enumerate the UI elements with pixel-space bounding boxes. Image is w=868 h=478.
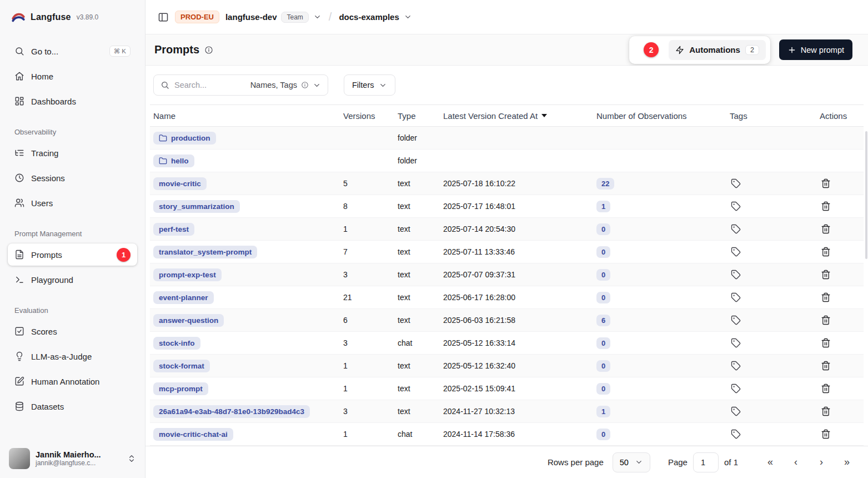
tag-icon-button[interactable]	[730, 337, 742, 349]
table-row[interactable]: prompt-exp-test 3 text 2025-07-07 09:37:…	[150, 263, 864, 286]
org-switcher[interactable]: langfuse-dev Team	[225, 12, 322, 23]
lightbulb-icon	[14, 351, 24, 361]
sidebar-item-datasets[interactable]: Datasets	[8, 395, 137, 417]
delete-prompt-button[interactable]	[820, 428, 832, 440]
prompt-name-badge[interactable]: mcp-prompt	[153, 382, 208, 395]
table-row[interactable]: stock-info 3 chat 2025-05-12 16:33:14 0	[150, 332, 864, 355]
tag-icon-button[interactable]	[730, 291, 742, 303]
prompt-name-badge[interactable]: story_summarization	[153, 200, 240, 213]
table-row[interactable]: translator_system-prompt 7 text 2025-07-…	[150, 241, 864, 263]
first-page-button[interactable]: «	[761, 454, 779, 471]
table-row[interactable]: perf-test 1 text 2025-07-14 20:54:30 0	[150, 218, 864, 241]
delete-prompt-button[interactable]	[820, 246, 832, 258]
brand-name: Langfuse	[31, 12, 71, 22]
project-switcher[interactable]: docs-examples	[339, 12, 412, 22]
sidebar-item-scores[interactable]: Scores	[8, 320, 137, 342]
table-row[interactable]: movie-critic-chat-ai 1 chat 2024-11-14 1…	[150, 423, 864, 446]
new-prompt-button[interactable]: New prompt	[779, 39, 852, 60]
table-row[interactable]: mcp-prompt 1 text 2025-02-15 15:09:41 0	[150, 377, 864, 400]
sidebar-item-prompts[interactable]: Prompts 1	[8, 243, 137, 266]
table-row[interactable]: 26a61a94-e3ab-48d7-81e0-13b929bad4c3 3 t…	[150, 400, 864, 423]
sidebar-item-label: LLM-as-a-Judge	[31, 352, 92, 361]
column-header-created[interactable]: Latest Version Created At	[440, 111, 593, 121]
table-row[interactable]: answer-question 6 text 2025-06-03 16:21:…	[150, 309, 864, 332]
tag-icon-button[interactable]	[730, 314, 742, 326]
delete-prompt-button[interactable]	[820, 177, 832, 190]
tag-icon-button[interactable]	[730, 382, 742, 395]
last-page-button[interactable]: »	[838, 454, 856, 471]
prompt-name-badge[interactable]: perf-test	[153, 223, 194, 236]
column-header-type: Type	[394, 111, 440, 121]
tag-icon-button[interactable]	[730, 246, 742, 258]
table-row[interactable]: production folder	[150, 127, 864, 150]
trash-icon	[821, 224, 831, 234]
sidebar-item-llm-judge[interactable]: LLM-as-a-Judge	[8, 345, 137, 367]
prompt-name-label: answer-question	[159, 316, 218, 325]
info-icon[interactable]	[204, 46, 213, 54]
sidebar-item-users[interactable]: Users	[8, 192, 137, 214]
scrollbar[interactable]	[865, 131, 867, 259]
automations-label: Automations	[689, 45, 740, 54]
prompt-name-badge[interactable]: event-planner	[153, 291, 214, 304]
prompt-name-badge[interactable]: prompt-exp-test	[153, 268, 222, 281]
tag-icon-button[interactable]	[730, 360, 742, 372]
page-number-input[interactable]	[693, 452, 719, 472]
prompt-name-badge[interactable]: stock-format	[153, 360, 210, 372]
table-row[interactable]: stock-format 1 text 2025-05-12 16:32:40 …	[150, 355, 864, 377]
tag-icon-button[interactable]	[730, 177, 742, 190]
prompt-name-badge[interactable]: 26a61a94-e3ab-48d7-81e0-13b929bad4c3	[153, 405, 310, 418]
prompts-table: Name Versions Type Latest Version Create…	[145, 104, 868, 446]
tag-icon-button[interactable]	[730, 405, 742, 417]
delete-prompt-button[interactable]	[820, 291, 832, 303]
dashboard-icon	[14, 96, 24, 106]
prompt-name-badge[interactable]: hello	[153, 155, 194, 167]
app-window: Langfuse v3.89.0 Go to... ⌘ K Home Dashb…	[0, 0, 868, 478]
prompt-name-badge[interactable]: translator_system-prompt	[153, 246, 257, 258]
prompt-name-badge[interactable]: movie-critic	[153, 177, 207, 190]
prompt-name-badge[interactable]: production	[153, 132, 216, 145]
sidebar-item-human-annotation[interactable]: Human Annotation	[8, 370, 137, 392]
prompt-name-label: prompt-exp-test	[159, 271, 216, 279]
filters-button[interactable]: Filters	[344, 74, 395, 96]
delete-prompt-button[interactable]	[820, 382, 832, 395]
sidebar-item-playground[interactable]: Playground	[8, 268, 137, 291]
table-row[interactable]: hello folder	[150, 150, 864, 172]
delete-prompt-button[interactable]	[820, 223, 832, 235]
sidebar-item-label: Tracing	[31, 148, 58, 158]
delete-prompt-button[interactable]	[820, 314, 832, 326]
sidebar-item-sessions[interactable]: Sessions	[8, 167, 137, 189]
delete-prompt-button[interactable]	[820, 200, 832, 212]
table-row[interactable]: movie-critic 5 text 2025-07-18 16:10:22 …	[150, 172, 864, 195]
search-scope-selector[interactable]: Names, Tags	[250, 81, 321, 89]
created-cell: 2025-07-18 16:10:22	[440, 179, 593, 188]
search-input[interactable]	[174, 81, 225, 89]
prompt-name-badge[interactable]: movie-critic-chat-ai	[153, 428, 233, 441]
delete-prompt-button[interactable]	[820, 268, 832, 281]
sidebar-item-home[interactable]: Home	[8, 65, 137, 87]
search-box[interactable]: Names, Tags	[153, 74, 328, 96]
tag-icon-button[interactable]	[730, 200, 742, 212]
prompt-name-badge[interactable]: stock-info	[153, 337, 200, 350]
automations-button[interactable]: Automations 2	[669, 40, 766, 60]
table-row[interactable]: story_summarization 8 text 2025-07-17 16…	[150, 195, 864, 218]
next-page-button[interactable]: ›	[812, 454, 830, 471]
rows-per-page-select[interactable]: 50	[613, 452, 650, 472]
tag-icon-button[interactable]	[730, 428, 742, 440]
sidebar-item-tracing[interactable]: Tracing	[8, 142, 137, 164]
previous-page-button[interactable]: ‹	[787, 454, 805, 471]
goto-search[interactable]: Go to... ⌘ K	[8, 40, 137, 62]
delete-prompt-button[interactable]	[820, 360, 832, 372]
tag-icon-button[interactable]	[730, 268, 742, 281]
delete-prompt-button[interactable]	[820, 405, 832, 417]
trash-icon	[821, 201, 831, 211]
prompt-name-label: story_summarization	[159, 202, 234, 211]
delete-prompt-button[interactable]	[820, 337, 832, 349]
prompt-name-badge[interactable]: answer-question	[153, 314, 224, 327]
sidebar-item-label: Datasets	[31, 402, 64, 411]
sidebar-item-dashboards[interactable]: Dashboards	[8, 90, 137, 112]
chevron-down-icon	[313, 13, 322, 21]
user-menu[interactable]: Jannik Maierho... jannik@langfuse.c...	[0, 441, 145, 478]
table-row[interactable]: event-planner 21 text 2025-06-17 16:28:0…	[150, 286, 864, 309]
sidebar-toggle-icon[interactable]	[158, 12, 169, 23]
tag-icon-button[interactable]	[730, 223, 742, 235]
